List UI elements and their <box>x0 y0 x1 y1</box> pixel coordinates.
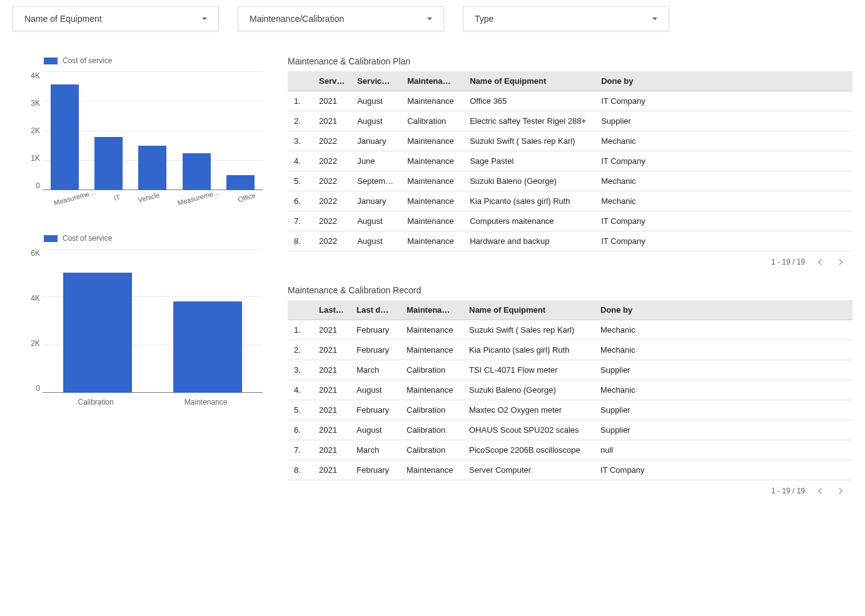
cell: Hardware and backup <box>463 231 595 251</box>
cell: 2021 <box>313 440 350 460</box>
cell: Supplier <box>594 420 852 440</box>
bar[interactable] <box>183 153 211 190</box>
cell: Maintenance <box>401 211 463 231</box>
cell: June <box>351 151 401 171</box>
cell: Maintenance <box>400 380 463 400</box>
table-row[interactable]: 2.2021AugustCalibrationElectric saftey T… <box>288 111 852 131</box>
table-row[interactable]: 1.2021FebruaryMaintenanceSuzuki Swift ( … <box>288 320 852 340</box>
cell: 4. <box>288 380 313 400</box>
filter-maintenance-calibration[interactable]: Maintenance/Calibration <box>238 6 444 31</box>
bar[interactable] <box>51 84 79 190</box>
x-tick: Maintenance <box>185 393 228 412</box>
pager-prev-icon[interactable] <box>814 256 826 268</box>
pager-prev-icon[interactable] <box>814 485 826 497</box>
column-header[interactable]: Maintena… <box>401 71 463 91</box>
table-row[interactable]: 4.2021AugustMaintenanceSuzuki Baleno (Ge… <box>288 380 852 400</box>
cell: Maxtec O2 Oxygen meter <box>463 400 594 420</box>
filter-bar: Name of Equipment Maintenance/Calibratio… <box>13 6 852 31</box>
column-header[interactable]: Name of Equipment <box>463 71 595 91</box>
cell: 6. <box>288 420 313 440</box>
cell: February <box>350 320 400 340</box>
column-header[interactable]: Last d… <box>350 300 400 320</box>
cell: IT Company <box>595 231 852 251</box>
cell: 6. <box>288 191 313 211</box>
cell: 8. <box>288 231 313 251</box>
y-tick: 6K <box>19 249 40 258</box>
column-header[interactable]: Maintena… <box>400 300 463 320</box>
cell: 8. <box>288 460 313 480</box>
column-header[interactable]: Servic… <box>351 71 401 91</box>
cell: January <box>351 191 401 211</box>
pager: 1 - 19 / 19 <box>288 251 852 273</box>
data-table[interactable]: Last…Last d…Maintena…Name of EquipmentDo… <box>288 300 852 480</box>
cell: 5. <box>288 400 313 420</box>
cell: IT Company <box>595 151 852 171</box>
legend-swatch-icon <box>44 235 58 242</box>
bar[interactable] <box>94 137 123 191</box>
data-table[interactable]: Serv…Servic…Maintena…Name of EquipmentDo… <box>288 71 852 251</box>
bar[interactable] <box>173 301 242 393</box>
cell: Mechanic <box>595 131 852 151</box>
table-row[interactable]: 7.2021MarchCalibrationPicoScope 2206B os… <box>288 440 852 460</box>
table-row[interactable]: 6.2021AugustCalibrationOHAUS Scout SPU20… <box>288 420 852 440</box>
pager-next-icon[interactable] <box>835 485 846 497</box>
cell: Septem… <box>351 171 401 191</box>
cell: 7. <box>288 440 313 460</box>
column-header[interactable]: Done by <box>595 71 852 91</box>
legend-label: Cost of service <box>63 56 112 65</box>
column-header[interactable]: Last… <box>313 300 350 320</box>
cell: Supplier <box>594 360 852 380</box>
column-header[interactable]: Name of Equipment <box>463 300 594 320</box>
cell: 2021 <box>313 340 350 360</box>
column-header[interactable]: Serv… <box>313 71 351 91</box>
pager: 1 - 19 / 19 <box>288 480 852 502</box>
cell: Mechanic <box>594 380 852 400</box>
filter-type[interactable]: Type <box>463 6 669 31</box>
cell: Maintenance <box>401 151 463 171</box>
table-row[interactable]: 8.2021FebruaryMaintenanceServer Computer… <box>288 460 852 480</box>
cell: August <box>350 380 400 400</box>
cell: Office 365 <box>463 91 595 111</box>
table-row[interactable]: 4.2022JuneMaintenanceSage PastelIT Compa… <box>288 151 852 171</box>
cell: Maintenance <box>400 340 463 360</box>
table-row[interactable]: 7.2022AugustMaintenanceComputers maitena… <box>288 211 852 231</box>
cell: Computers maitenance <box>463 211 595 231</box>
filter-name-of-equipment[interactable]: Name of Equipment <box>13 6 219 31</box>
table-row[interactable]: 3.2022JanuaryMaintenanceSuzuki Swift ( S… <box>288 131 852 151</box>
cell: Suzuki Baleno (George) <box>463 171 595 191</box>
table-row[interactable]: 8.2022AugustMaintenanceHardware and back… <box>288 231 852 251</box>
bar[interactable] <box>138 146 166 190</box>
cell: August <box>351 231 401 251</box>
cell: 2021 <box>313 400 350 420</box>
cell: March <box>350 360 400 380</box>
table-row[interactable]: 6.2022JanuaryMaintenanceKia Picanto (sal… <box>288 191 852 211</box>
column-header[interactable] <box>288 71 313 91</box>
table-row[interactable]: 1.2021AugustMaintenanceOffice 365IT Comp… <box>288 91 852 111</box>
column-header[interactable]: Done by <box>594 300 852 320</box>
table-plan: Maintenance & Calibration Plan Serv…Serv… <box>288 56 852 273</box>
cell: Sage Pastel <box>463 151 595 171</box>
bar[interactable] <box>63 273 132 393</box>
pager-next-icon[interactable] <box>835 256 846 268</box>
table-row[interactable]: 2.2021FebruaryMaintenanceKia Picanto (sa… <box>288 340 852 360</box>
cell: 2021 <box>313 111 351 131</box>
plot-area <box>43 249 263 393</box>
column-header[interactable] <box>288 300 313 320</box>
cell: Maintenance <box>401 231 463 251</box>
cell: August <box>350 420 400 440</box>
table-row[interactable]: 3.2021MarchCalibrationTSI CL-4071 Flow m… <box>288 360 852 380</box>
cell: August <box>351 211 401 231</box>
cell: August <box>351 91 401 111</box>
y-tick: 2K <box>19 126 40 135</box>
x-tick: IT <box>112 189 123 210</box>
filter-label: Type <box>475 14 493 24</box>
y-tick: 0 <box>19 181 40 190</box>
cell: 2021 <box>313 380 350 400</box>
table-row[interactable]: 5.2022Septem…MaintenanceSuzuki Baleno (G… <box>288 171 852 191</box>
cell: 2022 <box>313 151 351 171</box>
table-row[interactable]: 5.2021FebruaryCalibrationMaxtec O2 Oxyge… <box>288 400 852 420</box>
cell: Kia Picanto (sales girl) Ruth <box>463 340 594 360</box>
y-tick: 4K <box>19 71 40 80</box>
y-tick: 4K <box>19 294 40 303</box>
table-title: Maintenance & Calibration Plan <box>288 56 852 66</box>
